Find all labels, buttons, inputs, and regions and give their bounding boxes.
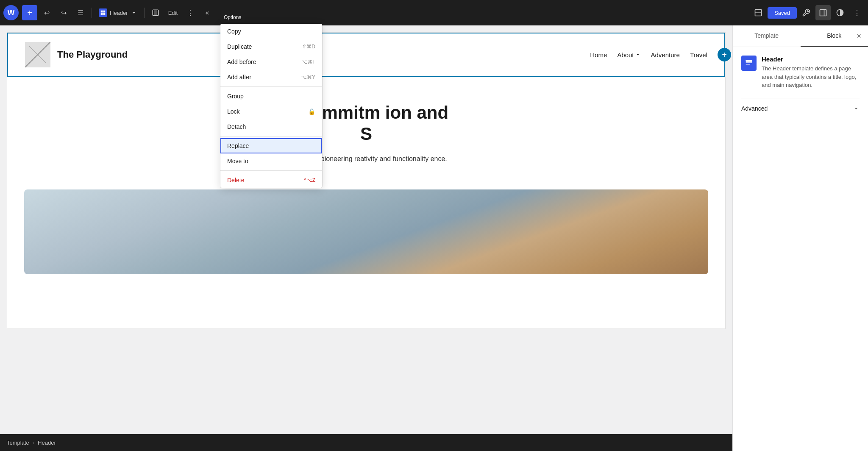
advanced-section-header[interactable]: Advanced: [741, 105, 860, 112]
svg-rect-5: [154, 10, 157, 16]
edit-button[interactable]: Edit: [165, 5, 181, 20]
add-block-button[interactable]: +: [22, 5, 37, 20]
context-menu: Copy Duplicate ⇧⌘D Add before ⌥⌘T Add af…: [220, 24, 322, 188]
menu-item-move-to[interactable]: Move to: [220, 153, 322, 169]
menu-divider-1: [220, 86, 322, 87]
menu-item-lock[interactable]: Lock 🔒: [220, 104, 322, 119]
svg-rect-8: [820, 10, 826, 16]
undo-icon: ↩: [44, 9, 50, 17]
wp-logo-letter: W: [8, 8, 15, 17]
svg-rect-3: [103, 13, 106, 15]
nav-travel[interactable]: Travel: [690, 51, 707, 58]
menu-item-detach[interactable]: Detach: [220, 119, 322, 134]
add-block-after-header[interactable]: +: [718, 48, 731, 61]
advanced-section-chevron: [853, 105, 860, 112]
menu-duplicate-shortcut: ⇧⌘D: [302, 44, 315, 50]
breadcrumb-template[interactable]: Template: [7, 440, 29, 446]
menu-duplicate-label: Duplicate: [227, 43, 252, 50]
nav-adventure[interactable]: Adventure: [651, 51, 679, 58]
main-layout: The Playground Home About Adventure Trav…: [0, 25, 868, 451]
menu-item-copy[interactable]: Copy: [220, 24, 322, 39]
tab-template[interactable]: Template: [733, 25, 801, 47]
breadcrumb: Template › Header: [0, 434, 732, 451]
menu-lock-label: Lock: [227, 108, 240, 115]
toolbar-separator-2: [144, 8, 145, 18]
menu-delete-shortcut: ^⌥Z: [304, 177, 315, 183]
block-text-info: Header The Header template defines a pag…: [762, 56, 860, 89]
menu-item-add-before[interactable]: Add before ⌥⌘T: [220, 54, 322, 70]
more-options-button[interactable]: ⋮: [849, 5, 865, 20]
nav-about-arrow: [635, 52, 640, 57]
redo-button[interactable]: ↪: [56, 5, 71, 20]
menu-delete-label: Delete: [227, 177, 244, 184]
collapse-button[interactable]: «: [200, 5, 215, 20]
svg-rect-1: [103, 11, 106, 13]
nav-home[interactable]: Home: [590, 51, 607, 58]
hero-image: [24, 189, 708, 274]
svg-rect-14: [746, 62, 752, 63]
site-nav: Home About Adventure Travel: [590, 51, 707, 58]
content-heading: A commitm ion and S: [24, 102, 708, 145]
sidebar-icon: [819, 8, 827, 17]
menu-item-add-after[interactable]: Add after ⌥⌘Y: [220, 70, 322, 85]
advanced-section: Advanced: [741, 98, 860, 119]
wrench-icon: [802, 8, 810, 17]
list-view-button[interactable]: ☰: [73, 5, 88, 20]
svg-rect-15: [746, 64, 750, 65]
hero-image-content: [24, 189, 708, 274]
content-width-button[interactable]: [148, 5, 163, 20]
menu-move-to-label: Move to: [227, 158, 248, 164]
menu-item-duplicate[interactable]: Duplicate ⇧⌘D: [220, 39, 322, 54]
menu-item-delete[interactable]: Delete ^⌥Z: [220, 173, 322, 188]
menu-divider-3: [220, 170, 322, 171]
style-button[interactable]: [832, 5, 848, 20]
menu-item-replace[interactable]: Replace: [220, 138, 322, 153]
options-button[interactable]: ⋮: [183, 5, 198, 20]
menu-copy-label: Copy: [227, 28, 241, 35]
block-description: The Header template defines a page area …: [762, 64, 860, 89]
canvas-area[interactable]: The Playground Home About Adventure Trav…: [0, 25, 732, 451]
menu-item-group[interactable]: Group: [220, 89, 322, 104]
panel-close-button[interactable]: ×: [855, 30, 863, 42]
options-icon: ⋮: [186, 8, 194, 17]
site-title: The Playground: [57, 49, 128, 60]
logo-image: [29, 46, 46, 63]
panel-content: Header The Header template defines a pag…: [733, 47, 868, 451]
toolbar-right: Saved ⋮: [751, 5, 865, 20]
block-selector-button[interactable]: Header: [95, 6, 141, 19]
block-selector-chevron: [131, 9, 137, 16]
content-area: A commitm ion and S Études is a pioneeri…: [7, 77, 725, 181]
add-icon: +: [27, 8, 32, 18]
svg-rect-2: [101, 13, 103, 15]
menu-add-before-label: Add before: [227, 58, 256, 65]
nav-about-label: About: [617, 51, 634, 58]
site-header[interactable]: The Playground Home About Adventure Trav…: [7, 33, 725, 77]
svg-rect-13: [746, 60, 752, 62]
right-panel: Template Block × Header: [732, 25, 868, 451]
undo-button[interactable]: ↩: [39, 5, 54, 20]
style-icon: [836, 8, 844, 17]
block-info: Header The Header template defines a pag…: [741, 56, 860, 89]
block-icon: [741, 56, 757, 71]
edit-label: Edit: [168, 10, 178, 16]
redo-icon: ↪: [61, 9, 67, 17]
wrench-button[interactable]: [798, 5, 814, 20]
view-mode-button[interactable]: [751, 5, 766, 20]
block-icon-svg: [745, 59, 753, 67]
panel-close-icon: ×: [857, 32, 861, 40]
wp-logo[interactable]: W: [3, 5, 19, 20]
block-selector-label: Header: [110, 10, 128, 16]
list-view-icon: ☰: [78, 9, 83, 17]
save-button[interactable]: Saved: [768, 7, 797, 19]
svg-line-12: [29, 46, 46, 63]
content-width-icon: [152, 9, 159, 17]
block-name: Header: [762, 56, 860, 63]
advanced-section-label: Advanced: [741, 105, 768, 112]
sidebar-toggle-button[interactable]: [815, 5, 831, 20]
nav-about[interactable]: About: [617, 51, 640, 58]
site-logo: [25, 42, 50, 67]
breadcrumb-header[interactable]: Header: [38, 440, 56, 446]
view-mode-icon: [754, 8, 762, 17]
toolbar-separator-1: [92, 8, 92, 18]
toolbar: W + ↩ ↪ ☰ Header Edit ⋮ «: [0, 0, 868, 25]
